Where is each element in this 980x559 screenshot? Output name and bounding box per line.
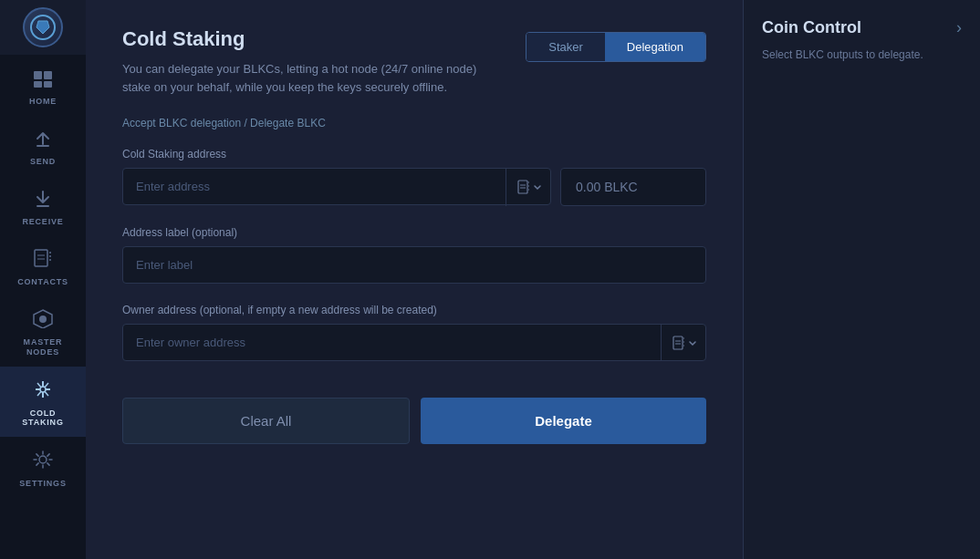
svg-rect-21	[518, 181, 527, 193]
owner-address-wrapper	[122, 324, 706, 361]
svg-point-19	[40, 387, 46, 392]
contacts-icon	[32, 248, 54, 274]
cold-staking-address-label: Cold Staking address	[122, 148, 706, 160]
sidebar-item-masternodes-label: MASTERNODES	[24, 337, 63, 357]
owner-address-label: Owner address (optional, if empty a new …	[122, 304, 706, 316]
coldstaking-icon	[32, 379, 54, 405]
receive-icon	[32, 188, 54, 213]
cold-staking-address-input[interactable]	[122, 168, 551, 205]
svg-point-14	[39, 316, 47, 323]
cold-staking-panel: Cold Staking You can delegate your BLKCs…	[86, 0, 743, 559]
coin-control-header: Coin Control ›	[762, 18, 962, 37]
sidebar-item-coldstaking[interactable]: COLDSTAKING	[0, 367, 86, 438]
send-icon	[32, 128, 54, 153]
logo-circle	[23, 7, 63, 47]
svg-rect-3	[34, 81, 42, 88]
sidebar-item-home[interactable]: HOME	[0, 55, 86, 115]
sidebar: HOME SEND RECEIVE	[0, 0, 86, 559]
svg-rect-27	[673, 336, 683, 349]
svg-rect-1	[34, 71, 42, 79]
coin-control-description: Select BLKC outputs to delegate.	[762, 47, 962, 63]
sidebar-item-contacts[interactable]: CONTACTS	[0, 235, 86, 295]
sidebar-item-send-label: SEND	[30, 157, 56, 166]
sidebar-item-contacts-label: CONTACTS	[17, 277, 68, 286]
cold-staking-address-row: 0.00 BLKC	[122, 168, 706, 206]
logo	[0, 0, 86, 55]
owner-address-group: Owner address (optional, if empty a new …	[122, 304, 706, 361]
tab-delegation[interactable]: Delegation	[605, 33, 705, 61]
sidebar-item-home-label: HOME	[29, 97, 57, 106]
staking-header: Cold Staking You can delegate your BLKCs…	[122, 27, 706, 121]
sidebar-item-settings-label: SETTINGS	[19, 479, 66, 488]
cold-staking-address-wrapper	[122, 168, 551, 206]
sidebar-item-settings[interactable]: SETTINGS	[0, 437, 86, 497]
content-area: Cold Staking You can delegate your BLKCs…	[86, 0, 980, 559]
coin-control-panel: Coin Control › Select BLKC outputs to de…	[743, 0, 980, 559]
page-title: Cold Staking	[122, 27, 507, 51]
address-label-group: Address label (optional)	[122, 226, 706, 284]
svg-rect-2	[44, 71, 52, 79]
svg-rect-7	[35, 250, 47, 266]
svg-point-20	[39, 456, 47, 463]
settings-icon	[32, 450, 54, 475]
coin-control-title: Coin Control	[762, 18, 861, 37]
coin-control-arrow[interactable]: ›	[956, 18, 962, 37]
owner-address-input[interactable]	[122, 324, 706, 361]
panel-description: You can delegate your BLKCs, letting a h…	[122, 60, 507, 96]
delegate-button[interactable]: Delegate	[421, 398, 706, 444]
address-label-input[interactable]	[122, 246, 706, 284]
tab-toggle-group: Staker Delegation	[526, 32, 706, 62]
home-icon	[32, 67, 54, 93]
cold-staking-address-group: Cold Staking address	[122, 148, 706, 206]
svg-rect-4	[44, 81, 52, 88]
clear-all-button[interactable]: Clear All	[122, 398, 410, 444]
sidebar-item-masternodes[interactable]: MASTERNODES	[0, 295, 86, 367]
owner-address-book-button[interactable]	[661, 324, 706, 361]
tab-staker[interactable]: Staker	[526, 33, 605, 61]
sidebar-item-send[interactable]: SEND	[0, 115, 86, 175]
address-label-label: Address label (optional)	[122, 226, 706, 239]
main-content: Cold Staking You can delegate your BLKCs…	[86, 0, 980, 559]
address-book-button[interactable]	[506, 168, 551, 206]
masternodes-icon	[32, 308, 54, 334]
sidebar-item-receive[interactable]: RECEIVE	[0, 175, 86, 235]
action-bar: Clear All Delegate	[122, 398, 706, 444]
sidebar-item-receive-label: RECEIVE	[22, 217, 63, 226]
amount-display: 0.00 BLKC	[560, 168, 706, 206]
staking-info: Cold Staking You can delegate your BLKCs…	[122, 27, 507, 121]
sidebar-item-coldstaking-label: COLDSTAKING	[22, 409, 63, 429]
